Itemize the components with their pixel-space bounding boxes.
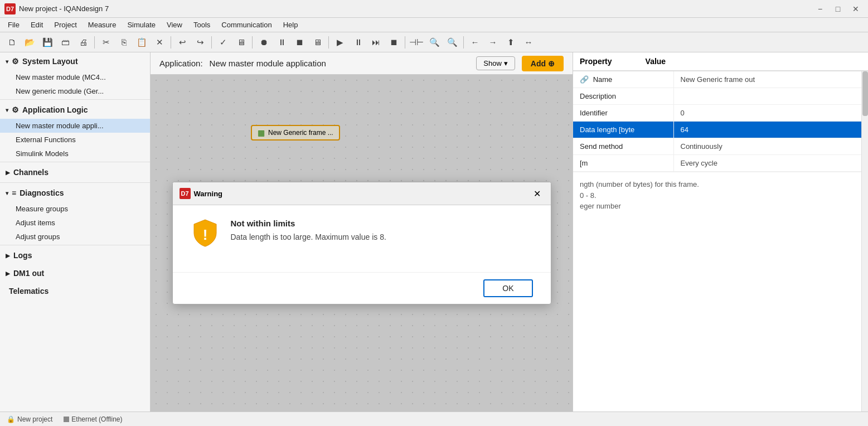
props-val-name: New Generic frame out [673, 71, 861, 88]
chevron-logs: ▶ [6, 253, 10, 259]
system-layout-label: System Layout [22, 57, 78, 66]
modal-title: Warning [194, 190, 223, 198]
tb-undo[interactable]: ↩ [174, 35, 191, 50]
tb-step[interactable]: ⏭ [367, 35, 384, 50]
tb-redo[interactable]: ↪ [192, 35, 208, 50]
menu-simulate[interactable]: Simulate [122, 20, 161, 30]
tb-sim-screen[interactable]: 🖥 [309, 35, 326, 50]
section-diagnostics[interactable]: ▾ ≡ Diagnostics [0, 184, 150, 202]
menu-tools[interactable]: Tools [188, 20, 216, 30]
props-scrollbar-thumb[interactable] [862, 71, 868, 116]
diagnostics-label: Diagnostics [20, 188, 64, 197]
section-logs[interactable]: ▶ Logs [0, 246, 150, 264]
channels-label: Channels [13, 168, 49, 177]
menu-project[interactable]: Project [49, 20, 82, 30]
menu-help[interactable]: Help [278, 20, 304, 30]
menu-view[interactable]: View [161, 20, 188, 30]
add-button[interactable]: Add ⊕ [522, 56, 564, 71]
section-telematics[interactable]: Telematics [0, 282, 150, 300]
tb-zoom-in[interactable]: 🔍 [426, 35, 443, 50]
content-app-label: Application: [159, 59, 203, 68]
tb-sim-pause[interactable]: ⏸ [350, 35, 366, 50]
menu-edit[interactable]: Edit [25, 20, 49, 30]
sidebar-item-adjust-groups[interactable]: Adjust groups [0, 230, 150, 244]
show-label: Show [483, 59, 502, 67]
modal-logo: D7 [180, 188, 191, 199]
props-val-identifier: 0 [673, 105, 861, 122]
tb-cut[interactable]: ✂ [98, 35, 114, 50]
modal-body: ! Not within limits Data length is too l… [173, 205, 551, 272]
sidebar-item-adjust-items[interactable]: Adjust items [0, 216, 150, 230]
tb-delete[interactable]: ✕ [151, 35, 168, 50]
section-system-layout[interactable]: ▾ ⚙ System Layout [0, 52, 150, 70]
modal-content: Not within limits Data length is too lar… [231, 219, 533, 241]
tb-nav-wide[interactable]: ↔ [520, 35, 537, 50]
sidebar-item-measure-groups[interactable]: Measure groups [0, 202, 150, 216]
tb-stop[interactable]: ⏹ [291, 35, 308, 50]
close-button[interactable]: ✕ [848, 3, 864, 15]
props-description: ngth (number of bytes) for this frame. 0… [573, 172, 861, 219]
tb-zoom-out[interactable]: 🔍 [444, 35, 460, 50]
tb-play[interactable]: ▶ [332, 35, 348, 50]
section-application-logic[interactable]: ▾ ⚙ Application Logic [0, 101, 150, 119]
sidebar-item-external-functions[interactable]: External Functions [0, 133, 150, 147]
tb-nav-up[interactable]: ⬆ [502, 35, 519, 50]
tb-pause[interactable]: ⏸ [273, 35, 290, 50]
sidebar-item-master-module[interactable]: New master module (MC4... [0, 70, 150, 84]
tb-nav-back[interactable]: ← [467, 35, 483, 50]
sidebar-item-generic-module[interactable]: New generic module (Ger... [0, 84, 150, 98]
modal-close-button[interactable]: ✕ [531, 187, 544, 200]
properties-panel: Property Value 🔗 Name New Generic frame … [573, 52, 868, 412]
section-channels[interactable]: ▶ Channels [0, 163, 150, 181]
tb-print[interactable]: 🖨 [75, 35, 91, 50]
status-network: Ethernet (Offline) [64, 415, 122, 423]
tb-sim-stop[interactable]: ⏹ [385, 35, 402, 50]
telematics-label: Telematics [9, 287, 49, 296]
menu-file[interactable]: File [2, 20, 25, 30]
modal-overlay: D7 Warning ✕ ! Not within limits [151, 75, 573, 412]
minimize-button[interactable]: − [812, 3, 828, 15]
props-header: Property Value [573, 52, 868, 71]
sidebar-item-simulink-models[interactable]: Simulink Models [0, 147, 150, 161]
show-button[interactable]: Show ▾ [476, 56, 515, 70]
modal-footer: OK [173, 272, 551, 304]
props-content: 🔗 Name New Generic frame out Description… [573, 71, 861, 412]
sidebar-item-master-app[interactable]: New master module appli... [0, 119, 150, 133]
maximize-button[interactable]: □ [830, 3, 846, 15]
props-prop-send-interval: [m [573, 155, 673, 172]
warning-shield-icon: ! [191, 219, 220, 248]
tb-fit[interactable]: ⊣⊢ [408, 35, 425, 50]
app-logic-label: Application Logic [22, 105, 88, 114]
tb-nav-fwd[interactable]: → [484, 35, 501, 50]
tb-open[interactable]: 📂 [21, 35, 38, 50]
tb-copy[interactable]: ⎘ [115, 35, 132, 50]
canvas-area: ▦ New Generic frame ... D7 Warning ✕ [151, 75, 573, 412]
props-row-description: Description [573, 88, 861, 105]
props-row-data-length[interactable]: Data length [byte 64 [573, 122, 861, 138]
modal-ok-button[interactable]: OK [483, 279, 532, 297]
props-header-value: Value [646, 57, 666, 66]
project-label: New project [17, 415, 52, 423]
add-icon: ⊕ [548, 59, 555, 68]
status-bar: 🔒 New project Ethernet (Offline) [0, 412, 868, 426]
menu-measure[interactable]: Measure [83, 20, 122, 30]
tb-save-all[interactable]: 🗃 [57, 35, 74, 50]
tb-paste[interactable]: 📋 [133, 35, 150, 50]
menu-communication[interactable]: Communication [216, 20, 277, 30]
tb-new[interactable]: 🗋 [3, 35, 20, 50]
app-logic-icon: ⚙ [12, 105, 19, 114]
sidebar: ▾ ⚙ System Layout New master module (MC4… [0, 52, 151, 412]
section-dm1-out[interactable]: ▶ DM1 out [0, 264, 150, 282]
add-label: Add [531, 59, 546, 68]
network-icon [64, 417, 69, 422]
tb-screen[interactable]: 🖥 [232, 35, 249, 50]
tb-record[interactable]: ⏺ [255, 35, 272, 50]
props-table: 🔗 Name New Generic frame out Description… [573, 71, 861, 172]
props-val-data-length[interactable]: 64 [673, 122, 861, 138]
content-header: Application: New master module applicati… [151, 52, 573, 75]
props-scrollbar[interactable] [861, 71, 868, 412]
tb-save[interactable]: 💾 [39, 35, 56, 50]
tb-check[interactable]: ✓ [215, 35, 231, 50]
app-title: New project - IQANdesign 7 [19, 4, 109, 13]
svg-text:!: ! [202, 226, 207, 243]
